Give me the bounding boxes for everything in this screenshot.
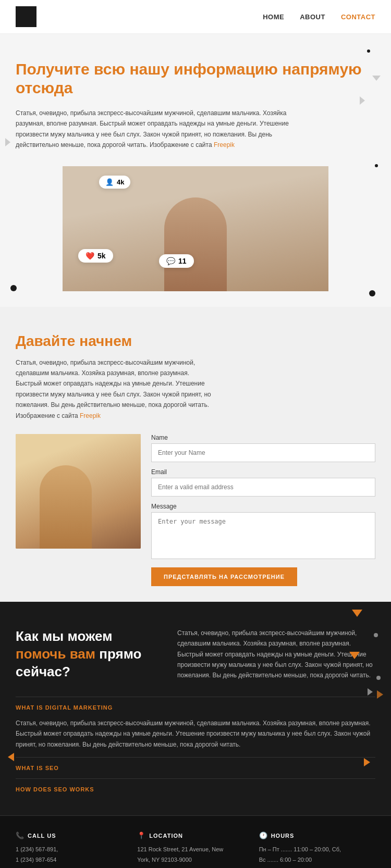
- bubble-followers: 👤 4k: [99, 176, 130, 189]
- dark-top-area: Как мы можем помочь вам прямо сейчас? Ст…: [16, 628, 375, 681]
- message-input[interactable]: [151, 512, 375, 559]
- dark-deco-tri-5: [368, 688, 373, 696]
- message-field-group: Message: [151, 503, 375, 561]
- hero-title-part1: Получите всю нашу: [16, 60, 174, 78]
- accordion-item-2: HOW DOES SEO WORKS: [16, 778, 375, 800]
- contact-image: [16, 434, 141, 549]
- deco-tri-1: [372, 76, 381, 81]
- dark-deco-tri-left: [8, 753, 14, 761]
- accordion-item-0: WHAT IS DIGITAL MARKETING Статья, очевид…: [16, 697, 375, 757]
- footer-callus-title: 📞 CALL US: [16, 832, 132, 839]
- deco-dot-1: [367, 49, 370, 53]
- hero-section: Получите всю нашу информацию напрямую от…: [0, 34, 391, 307]
- footer-hours-title: 🕐 HOURS: [259, 832, 375, 839]
- footer-col-callus: 📞 CALL US 1 (234) 567-891, 1 (234) 987-6…: [16, 832, 132, 865]
- comments-count: 11: [178, 257, 187, 265]
- hero-image-container: 👤 4k ❤️ 5k 💬 11: [63, 166, 328, 291]
- accordion-body-0: Статья, очевидно, прибыла экспресс-высоч…: [16, 718, 375, 757]
- followers-icon: 👤: [105, 178, 114, 186]
- start-title: Давайте начнем: [16, 333, 375, 350]
- deco-dot-3: [10, 285, 17, 291]
- footer-col-hours: 🕐 HOURS Пн – Пт ....... 11:00 – 20:00, С…: [259, 832, 375, 865]
- hero-title: Получите всю нашу информацию напрямую от…: [16, 60, 375, 97]
- nav-links: HOME ABOUT CONTACT: [263, 13, 375, 21]
- phone-icon: 📞: [16, 832, 25, 839]
- email-label: Email: [151, 468, 375, 476]
- footer-location-title: 📍 LOCATION: [137, 832, 253, 839]
- navbar: HOME ABOUT CONTACT: [0, 0, 391, 34]
- start-title-highlight: начнем: [79, 333, 132, 349]
- dark-deco-dot-1: [374, 633, 378, 637]
- dark-heading-area: Как мы можем помочь вам прямо сейчас?: [16, 628, 162, 681]
- dark-title: Как мы можем помочь вам прямо сейчас?: [16, 628, 162, 680]
- hero-title-part2: отсюда: [16, 79, 73, 96]
- nav-contact[interactable]: CONTACT: [341, 13, 375, 21]
- name-label: Name: [151, 434, 375, 441]
- location-icon: 📍: [137, 832, 146, 839]
- footer-col-location: 📍 LOCATION 121 Rock Street, 21 Avenue, N…: [137, 832, 253, 865]
- hero-body: Статья, очевидно, прибыла экспресс-высоч…: [16, 108, 308, 151]
- deco-tri-2: [360, 96, 365, 105]
- nav-about[interactable]: ABOUT: [300, 13, 325, 21]
- likes-icon: ❤️: [85, 252, 94, 260]
- footer-callus-lines: 1 (234) 567-891, 1 (234) 987-654: [16, 845, 132, 865]
- message-label: Message: [151, 503, 375, 510]
- deco-dot-4: [369, 290, 375, 296]
- dark-deco-tri-3: [364, 758, 370, 766]
- dark-deco-tri-1: [352, 610, 362, 617]
- start-freepik-link[interactable]: Freepik: [80, 412, 101, 419]
- bubble-likes: ❤️ 5k: [78, 249, 113, 263]
- start-body: Статья, очевидно, прибыла экспресс-высоч…: [16, 357, 214, 421]
- accordion-header-0[interactable]: WHAT IS DIGITAL MARKETING: [16, 697, 375, 718]
- email-field-group: Email: [151, 468, 375, 497]
- start-section: Давайте начнем Статья, очевидно, прибыла…: [0, 307, 391, 602]
- contact-person-photo: [16, 434, 141, 549]
- submit-button[interactable]: ПРЕДСТАВЛЯТЬ НА РАССМОТРЕНИЕ: [151, 567, 297, 586]
- email-input[interactable]: [151, 478, 375, 497]
- comments-icon: 💬: [166, 257, 175, 265]
- footer-hours-lines: Пн – Пт ....... 11:00 – 20:00, Сб, Вс ..…: [259, 845, 375, 865]
- followers-count: 4k: [117, 178, 124, 186]
- dark-deco-tri-2: [377, 690, 383, 699]
- accordion-item-1: WHAT IS SEO: [16, 757, 375, 778]
- footer-location-lines: 121 Rock Street, 21 Avenue, New York, NY…: [137, 845, 253, 865]
- footer: 📞 CALL US 1 (234) 567-891, 1 (234) 987-6…: [0, 815, 391, 868]
- deco-tri-3: [5, 138, 10, 146]
- dark-title-highlight: помочь вам: [16, 646, 95, 662]
- accordion: WHAT IS DIGITAL MARKETING Статья, очевид…: [16, 697, 375, 800]
- hero-title-highlight: информацию напрямую: [174, 60, 361, 78]
- likes-count: 5k: [97, 252, 106, 260]
- deco-dot-2: [375, 164, 378, 167]
- contact-area: Name Email Message ПРЕДСТАВЛЯТЬ НА РАССМ…: [16, 434, 375, 586]
- hero-freepik-link[interactable]: Freepik: [214, 141, 235, 148]
- accordion-header-1[interactable]: WHAT IS SEO: [16, 758, 375, 778]
- logo[interactable]: [16, 6, 36, 27]
- nav-home[interactable]: HOME: [263, 13, 284, 21]
- name-field-group: Name: [151, 434, 375, 462]
- dark-section: Как мы можем помочь вам прямо сейчас? Ст…: [0, 602, 391, 815]
- dark-body-text: Статья, очевидно, прибыла экспресс-высоч…: [177, 628, 375, 681]
- accordion-header-2[interactable]: HOW DOES SEO WORKS: [16, 779, 375, 800]
- dark-deco-dot-2: [376, 676, 381, 680]
- dark-deco-tri-4: [349, 652, 360, 659]
- contact-form: Name Email Message ПРЕДСТАВЛЯТЬ НА РАССМ…: [151, 434, 375, 586]
- name-input[interactable]: [151, 443, 375, 462]
- bubble-comments: 💬 11: [159, 254, 194, 268]
- clock-icon: 🕐: [259, 832, 268, 839]
